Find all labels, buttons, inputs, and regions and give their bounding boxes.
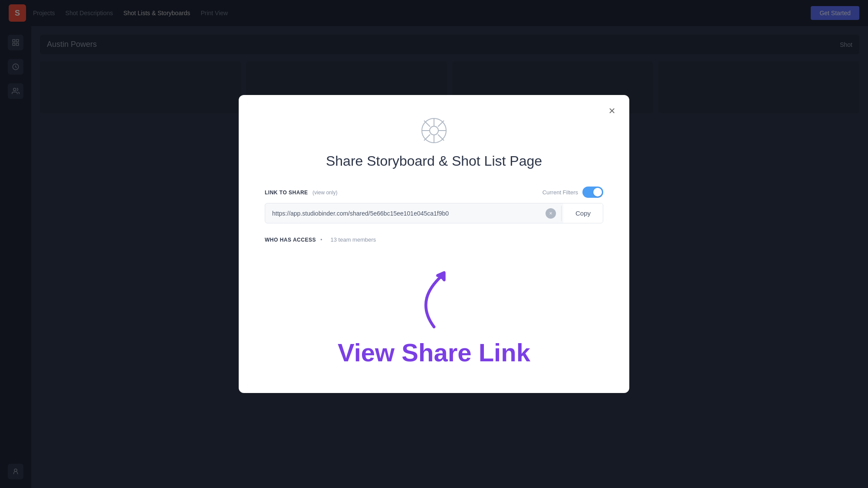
link-label: LINK TO SHARE bbox=[265, 190, 308, 196]
access-section: WHO HAS ACCESS • 13 team members bbox=[265, 236, 603, 243]
share-modal: × Share Storyboard & Shot List Page bbox=[239, 95, 629, 393]
url-clear-button[interactable]: × bbox=[546, 208, 556, 219]
svg-line-16 bbox=[424, 134, 430, 141]
close-button[interactable]: × bbox=[605, 104, 619, 118]
camera-icon bbox=[420, 117, 448, 144]
close-icon: × bbox=[608, 104, 615, 118]
url-divider bbox=[561, 206, 562, 221]
svg-line-15 bbox=[438, 121, 444, 127]
cta-text[interactable]: View Share Link bbox=[338, 338, 530, 367]
url-input[interactable] bbox=[265, 204, 546, 223]
link-label-group: LINK TO SHARE (view only) bbox=[265, 188, 337, 196]
camera-icon-wrap bbox=[420, 117, 448, 146]
url-row: × Copy bbox=[265, 203, 603, 223]
access-label: WHO HAS ACCESS bbox=[265, 237, 316, 243]
filters-label: Current Filters bbox=[542, 189, 578, 196]
link-sublabel: (view only) bbox=[312, 190, 337, 196]
link-header: LINK TO SHARE (view only) Current Filter… bbox=[265, 187, 603, 198]
svg-line-13 bbox=[424, 121, 430, 127]
modal-overlay: × Share Storyboard & Shot List Page bbox=[0, 0, 868, 488]
filters-group: Current Filters bbox=[542, 187, 603, 198]
cta-area: View Share Link bbox=[265, 265, 603, 367]
modal-title: Share Storyboard & Shot List Page bbox=[326, 153, 542, 169]
copy-button[interactable]: Copy bbox=[563, 203, 603, 223]
arrow-icon bbox=[412, 265, 456, 334]
clear-icon: × bbox=[549, 210, 552, 216]
svg-line-14 bbox=[438, 134, 444, 141]
access-count: 13 team members bbox=[331, 236, 376, 243]
access-separator: • bbox=[320, 237, 322, 243]
svg-point-8 bbox=[430, 126, 438, 135]
link-section: LINK TO SHARE (view only) Current Filter… bbox=[265, 187, 603, 223]
current-filters-toggle[interactable] bbox=[582, 187, 603, 198]
toggle-knob bbox=[593, 188, 602, 197]
